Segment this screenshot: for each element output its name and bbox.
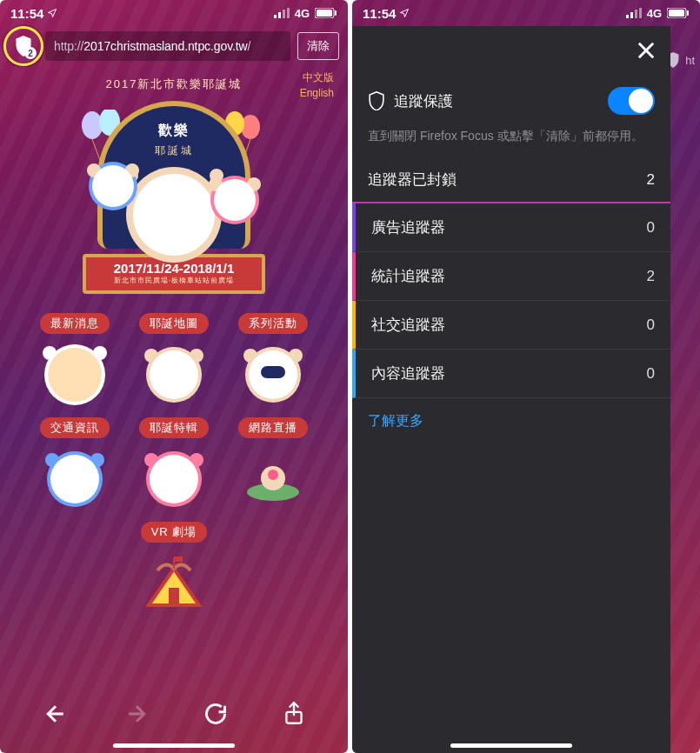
protection-title: 追蹤保護 (394, 91, 453, 111)
status-time: 11:54 (363, 6, 396, 21)
share-button[interactable] (283, 701, 305, 730)
right-phone: 11:54 4G ht 追蹤保護 直到關閉 Firefox Focus 或點擊「… (352, 0, 700, 753)
tracker-list: 廣告追蹤器0統計追蹤器2社交追蹤器0內容追蹤器0 (352, 203, 670, 398)
learn-more-link[interactable]: 了解更多 (352, 398, 670, 444)
location-icon (399, 8, 410, 18)
protection-note: 直到關閉 Firefox Focus 或點擊「清除」前都停用。 (352, 127, 670, 157)
tracker-row[interactable]: 廣告追蹤器0 (352, 203, 670, 252)
clear-button[interactable]: 清除 (297, 32, 339, 60)
tracking-shield-button[interactable]: 2 (9, 31, 38, 61)
protection-toggle-row: 追蹤保護 (352, 75, 670, 127)
menu-label: 最新消息 (40, 313, 110, 334)
venue: 新北市市民廣場·板橋車站站前廣場 (86, 276, 262, 285)
menu-item-vr[interactable]: VR 劇場 (140, 522, 208, 617)
url-bar: 2 http://2017christmasland.ntpc.gov.tw/ … (0, 26, 348, 70)
svg-rect-17 (626, 15, 629, 18)
language-switch[interactable]: 中文版 English (300, 70, 334, 101)
svg-rect-5 (317, 10, 332, 17)
lang-zh[interactable]: 中文版 (300, 70, 334, 85)
shield-icon (368, 91, 385, 110)
battery-icon (315, 8, 337, 18)
menu-item-transport[interactable]: 交通資訊 (30, 417, 120, 513)
shield-count-badge: 2 (24, 47, 37, 59)
url-field[interactable]: http://2017christmasland.ntpc.gov.tw/ (45, 31, 290, 61)
reload-button[interactable] (203, 702, 228, 730)
poster-subtitle: 耶誕城 (155, 143, 194, 158)
forward-button[interactable] (123, 701, 150, 730)
menu-item-map[interactable]: 耶誕地圖 (129, 313, 219, 409)
menu-label: 系列活動 (238, 313, 308, 334)
menu-label: 交通資訊 (40, 417, 110, 438)
menu-item-live[interactable]: 網路直播 (228, 417, 318, 513)
hero-section: 中文版 English 2017新北市歡樂耶誕城 歡樂 耶誕城 (0, 70, 348, 297)
close-button[interactable] (634, 38, 658, 63)
status-network: 4G (295, 7, 310, 20)
tracker-row[interactable]: 內容追蹤器0 (352, 350, 670, 398)
menu-item-special[interactable]: 耶誕特輯 (129, 417, 219, 513)
status-time: 11:54 (10, 6, 43, 21)
arrow-left-icon (43, 701, 69, 727)
home-indicator[interactable] (113, 743, 235, 748)
reload-icon (203, 702, 228, 726)
tracker-label: 統計追蹤器 (371, 266, 445, 286)
menu-label: 網路直播 (238, 417, 308, 438)
poster-title: 歡樂 (158, 122, 190, 140)
status-bar: 11:54 4G (0, 0, 348, 26)
bottom-toolbar (0, 678, 348, 753)
share-icon (283, 701, 305, 727)
svg-rect-18 (630, 12, 633, 18)
svg-rect-20 (639, 8, 642, 18)
status-network: 4G (647, 7, 662, 20)
tent-icon (140, 553, 208, 614)
menu-grid: 最新消息 耶誕地圖 系列活動 交通資訊 耶誕特輯 網路直播 VR 劇場 (0, 313, 348, 617)
blocked-summary-row: 追蹤器已封鎖 2 (352, 157, 670, 202)
svg-rect-0 (274, 15, 277, 18)
menu-item-events[interactable]: 系列活動 (228, 313, 318, 409)
svg-point-13 (268, 470, 278, 480)
tracker-label: 社交追蹤器 (371, 315, 445, 335)
protection-toggle[interactable] (608, 87, 655, 115)
swing-bear (89, 162, 137, 210)
arrow-right-icon (123, 701, 150, 727)
svg-rect-23 (687, 10, 689, 16)
svg-rect-15 (174, 556, 183, 562)
menu-item-news[interactable]: 最新消息 (30, 313, 120, 409)
status-bar: 11:54 4G (352, 0, 700, 26)
back-button[interactable] (43, 701, 69, 730)
url-peek-text: ht (685, 54, 695, 67)
tracking-protection-sheet: 追蹤保護 直到關閉 Firefox Focus 或點擊「清除」前都停用。 追蹤器… (352, 26, 670, 753)
svg-rect-6 (335, 10, 337, 16)
svg-rect-3 (287, 8, 290, 18)
tracker-count: 0 (647, 365, 655, 383)
close-icon (634, 38, 658, 63)
site-title: 2017新北市歡樂耶誕城 (7, 77, 341, 92)
left-phone: 11:54 4G 2 http://2017christmasland.ntpc… (0, 0, 348, 753)
menu-label: 耶誕特輯 (139, 417, 209, 438)
tracker-row[interactable]: 社交追蹤器0 (352, 301, 670, 350)
svg-rect-14 (169, 588, 179, 605)
svg-rect-2 (283, 10, 285, 18)
svg-rect-19 (635, 10, 637, 18)
tracker-label: 內容追蹤器 (371, 363, 445, 383)
tracker-count: 0 (647, 219, 655, 237)
location-icon (47, 8, 57, 18)
url-path: / (248, 39, 251, 53)
url-bar-peek: ht (666, 52, 695, 68)
tracker-label: 廣告追蹤器 (371, 217, 445, 237)
date-range: 2017/11/24-2018/1/1 (86, 261, 262, 276)
tracker-count: 2 (647, 268, 655, 285)
home-indicator[interactable] (450, 743, 572, 748)
menu-label: VR 劇場 (141, 522, 208, 543)
signal-icon (626, 8, 642, 18)
svg-rect-22 (669, 10, 684, 17)
tracker-row[interactable]: 統計追蹤器2 (352, 252, 670, 301)
battery-icon (667, 8, 690, 18)
blocked-count: 2 (647, 171, 655, 189)
url-scheme: http:// (54, 39, 83, 53)
svg-rect-1 (278, 12, 281, 18)
url-host: 2017christmasland.ntpc.gov.tw (83, 39, 247, 53)
lang-en[interactable]: English (300, 85, 334, 101)
swing-bear (210, 176, 259, 224)
menu-label: 耶誕地圖 (139, 313, 209, 334)
blocked-label: 追蹤器已封鎖 (368, 170, 457, 190)
